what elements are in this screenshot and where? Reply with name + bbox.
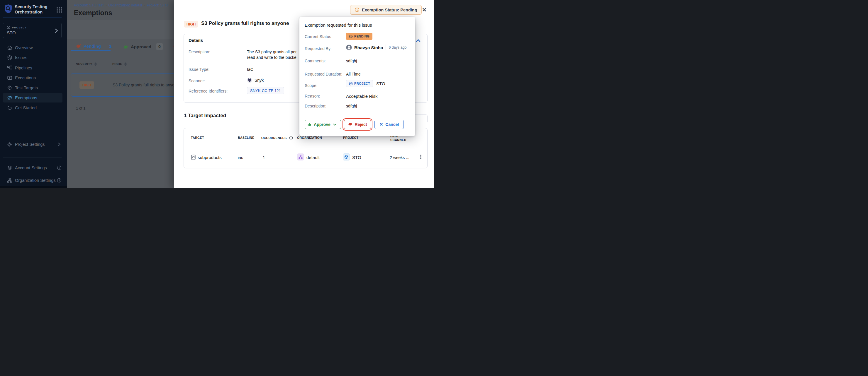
- sidebar-item-issues[interactable]: Issues: [0, 53, 65, 62]
- target-type-icon: [191, 155, 196, 160]
- organization-chip-icon: [297, 153, 304, 161]
- breadcrumb-organization[interactable]: Organization: default: [108, 3, 142, 7]
- issue-title: S3 Policy grants full rights to anyone: [113, 82, 174, 87]
- tab-pending[interactable]: Pending 1: [76, 43, 112, 49]
- issue-type-label: Issue Type:: [189, 67, 209, 72]
- breadcrumb: Account: STO test›Organization: default›…: [74, 3, 168, 7]
- chevron-down-icon: [333, 123, 337, 127]
- info-icon: [57, 178, 62, 183]
- row-menu-kebab-icon[interactable]: [418, 154, 423, 161]
- breadcrumb-project[interactable]: Project: STO: [147, 3, 168, 7]
- comments-value: sdfghj: [346, 59, 357, 63]
- comments-label: Comments:: [305, 59, 326, 63]
- sidebar-item-overview[interactable]: Overview: [0, 43, 65, 53]
- info-icon[interactable]: [289, 136, 293, 140]
- project-chip-icon: [343, 153, 350, 161]
- toolbar-band: [67, 20, 174, 39]
- column-header-project: PROJECT: [343, 136, 358, 139]
- exemptions-page: Account: STO test›Organization: default›…: [67, 0, 174, 188]
- eye-off-icon: [7, 95, 12, 100]
- reason-label: Reason:: [305, 94, 320, 98]
- description-value: sdfghj: [346, 104, 357, 108]
- sidebar-item-label: Get Started: [15, 105, 37, 110]
- sidebar-item-exemptions[interactable]: Exemptions: [3, 93, 62, 102]
- sort-icon: [94, 62, 97, 66]
- cancel-button[interactable]: ✕ Cancel: [374, 120, 404, 129]
- project-selector[interactable]: PROJECT STO: [3, 23, 62, 38]
- requested-by-label: Requested By:: [305, 46, 332, 51]
- reference-identifiers-label: Reference Identifiers:: [189, 89, 227, 94]
- chevron-right-icon: [57, 142, 62, 147]
- column-header-occurrences: OCCURRENCES: [261, 136, 293, 140]
- reference-identifier-chip[interactable]: SNYK-CC-TF-121: [247, 87, 284, 94]
- thumbs-up-icon: [307, 122, 312, 127]
- app-title: Security Testing Orchestration: [15, 4, 53, 14]
- sidebar: Security Testing Orchestration PROJECT S…: [0, 0, 67, 188]
- clock-icon: [349, 35, 353, 38]
- exemption-request-popover: Exemption requested for this issue Curre…: [300, 17, 415, 136]
- sidebar-item-label: Issues: [15, 55, 27, 60]
- x-icon: ✕: [379, 122, 383, 127]
- approve-button[interactable]: Approve: [305, 120, 341, 129]
- executions-play-icon: [7, 75, 12, 80]
- exemption-row-selected[interactable]: HIGH S3 Policy grants full rights to any…: [71, 73, 174, 97]
- exemption-status-label: Exemption Status: Pending: [362, 8, 417, 12]
- exemption-tabs: Pending 1 Approved 0: [67, 43, 174, 51]
- sidebar-item-executions[interactable]: Executions: [0, 73, 65, 82]
- current-status-label: Current Status: [305, 34, 331, 39]
- sidebar-item-account-settings[interactable]: Account Settings: [0, 163, 67, 172]
- reject-button[interactable]: Reject: [344, 120, 371, 129]
- scope-project-chip: PROJECT: [346, 80, 373, 87]
- scope-row: PROJECT STO: [346, 80, 385, 87]
- scope-value: STO: [376, 81, 385, 86]
- scanner-value: Snyk: [254, 78, 264, 82]
- chevron-up-icon[interactable]: [415, 38, 421, 43]
- target-name-cell[interactable]: subproducts: [198, 155, 222, 160]
- breadcrumb-account[interactable]: Account: STO test: [74, 3, 103, 7]
- severity-badge: HIGH: [184, 21, 198, 28]
- description-label: Description:: [305, 104, 327, 108]
- description-value-line1: The S3 policy grants all per: [247, 49, 297, 54]
- divider: [385, 44, 386, 50]
- baseline-cell: iac: [238, 155, 243, 160]
- eye-off-icon: [76, 43, 81, 49]
- sidebar-item-project-settings[interactable]: Project Settings: [0, 140, 67, 149]
- occurrences-cell: 1: [263, 155, 265, 160]
- column-header-organization: ORGANIZATION: [297, 136, 322, 139]
- sidebar-item-organization-settings[interactable]: Organization Settings: [0, 176, 67, 185]
- last-scanned-cell: 2 weeks ...: [390, 155, 409, 160]
- popover-divider: [300, 112, 399, 112]
- details-heading: Details: [189, 38, 203, 43]
- gear-icon: [7, 142, 12, 147]
- organization-cell: default: [306, 155, 320, 160]
- sto-shield-logo-icon: [4, 4, 12, 13]
- requested-by-name: Bhavya Sinha: [354, 45, 383, 50]
- targets-impacted-heading: 1 Target Impacted: [184, 113, 226, 118]
- app-screen: Security Testing Orchestration PROJECT S…: [0, 0, 434, 188]
- pipelines-icon: [7, 65, 12, 71]
- column-header-issue[interactable]: ISSUE: [112, 62, 127, 66]
- pagination-label: 1 of 1: [76, 106, 86, 110]
- sidebar-item-pipelines[interactable]: Pipelines: [0, 63, 65, 73]
- sort-icon: [124, 62, 127, 66]
- column-header-severity[interactable]: SEVERITY: [76, 62, 97, 66]
- module-grid-icon[interactable]: [56, 7, 62, 13]
- description-label: Description:: [189, 49, 210, 54]
- tab-approved[interactable]: Approved 0: [123, 43, 163, 50]
- exemption-list-headers: SEVERITY ISSUE: [67, 62, 174, 67]
- app-logo-row: Security Testing Orchestration: [4, 4, 63, 14]
- avatar-icon: [346, 44, 352, 50]
- layers-gear-icon: [7, 165, 12, 170]
- exemption-status-button[interactable]: Exemption Status: Pending: [350, 5, 422, 14]
- project-cube-icon: [7, 26, 10, 29]
- issue-detail-title: S3 Policy grants full rights to anyone: [201, 21, 289, 26]
- thumbs-up-icon: [123, 44, 128, 49]
- sidebar-item-get-started[interactable]: Get Started: [0, 103, 65, 112]
- chevron-right-icon: [54, 28, 58, 33]
- org-gear-icon: [7, 178, 12, 183]
- close-icon[interactable]: ✕: [421, 7, 428, 13]
- tab-pending-count: 1: [109, 44, 112, 48]
- sidebar-item-test-targets[interactable]: Test Targets: [0, 83, 65, 93]
- sidebar-item-label: Organization Settings: [15, 178, 56, 183]
- sidebar-item-label: Pipelines: [15, 66, 32, 70]
